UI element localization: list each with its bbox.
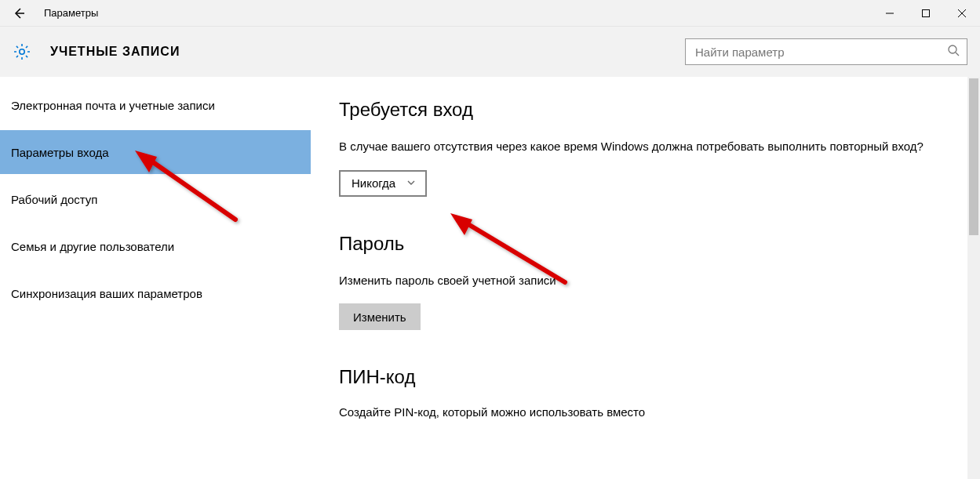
section-title-password: Пароль (339, 233, 949, 255)
svg-rect-1 (923, 9, 930, 16)
window-title: Параметры (44, 7, 98, 19)
sidebar-item-label: Семья и другие пользователи (11, 240, 174, 253)
dropdown-value: Никогда (352, 176, 395, 190)
maximize-icon (921, 9, 931, 18)
sidebar-item-email-accounts[interactable]: Электронная почта и учетные записи (0, 83, 311, 127)
change-password-button[interactable]: Изменить (339, 303, 421, 330)
signin-timeout-dropdown[interactable]: Никогда (339, 170, 427, 197)
search-input[interactable] (685, 38, 967, 65)
sidebar-item-family-users[interactable]: Семья и другие пользователи (0, 224, 311, 268)
section-title-pin: ПИН-код (339, 366, 949, 388)
page-title: УЧЕТНЫЕ ЗАПИСИ (50, 45, 180, 59)
sidebar-item-signin-options[interactable]: Параметры входа (0, 130, 311, 174)
password-description: Изменить пароль своей учетной записи (339, 272, 935, 290)
arrow-left-icon (13, 7, 25, 20)
chevron-down-icon (406, 176, 416, 190)
scrollbar-track[interactable] (967, 77, 980, 479)
search-box[interactable] (685, 38, 967, 65)
sidebar-item-label: Синхронизация ваших параметров (11, 287, 202, 300)
close-button[interactable] (944, 0, 980, 27)
button-label: Изменить (353, 310, 406, 324)
sidebar-item-label: Параметры входа (11, 146, 109, 159)
sidebar-item-label: Рабочий доступ (11, 193, 97, 206)
minimize-button[interactable] (872, 0, 908, 27)
sidebar: Электронная почта и учетные записи Парам… (0, 77, 311, 479)
sidebar-item-sync-settings[interactable]: Синхронизация ваших параметров (0, 271, 311, 315)
minimize-icon (885, 9, 894, 18)
page-header: УЧЕТНЫЕ ЗАПИСИ (0, 27, 980, 77)
content-pane: Требуется вход В случае вашего отсутстви… (311, 77, 980, 479)
sidebar-item-work-access[interactable]: Рабочий доступ (0, 177, 311, 221)
pin-description: Создайте PIN-код, который можно использо… (339, 405, 949, 419)
titlebar: Параметры (0, 0, 980, 27)
maximize-button[interactable] (908, 0, 944, 27)
section-title-signin: Требуется вход (339, 99, 949, 121)
close-icon (957, 9, 967, 18)
svg-point-4 (20, 49, 24, 54)
back-button[interactable] (0, 0, 38, 27)
sidebar-item-label: Электронная почта и учетные записи (11, 99, 215, 112)
window-controls (872, 0, 980, 27)
scrollbar-thumb[interactable] (969, 78, 978, 235)
gear-icon (13, 42, 31, 61)
signin-question-text: В случае вашего отсутствия через какое в… (339, 138, 935, 156)
